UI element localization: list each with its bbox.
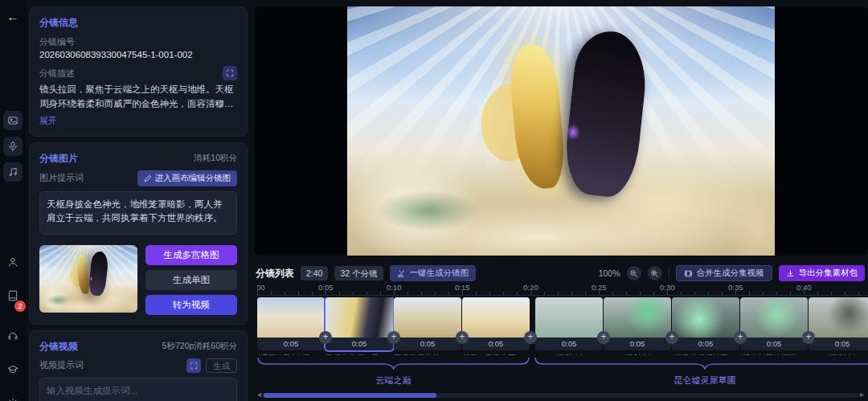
clip-7[interactable]: 0:05(能量被强行抽离的尖...+: [672, 297, 739, 355]
generate-single-button[interactable]: 生成单图: [145, 270, 237, 290]
shot-video-title: 分镜视频: [39, 340, 78, 354]
merge-episode-button[interactable]: 合并生成分集视频: [676, 265, 772, 281]
clip-card[interactable]: 0:05: [672, 297, 739, 350]
add-clip-icon[interactable]: +: [387, 331, 400, 344]
clip-card[interactable]: 0:05: [394, 297, 461, 350]
scrollbar-thumb[interactable]: [264, 393, 436, 398]
ruler-tick: [407, 292, 408, 295]
clip-2[interactable]: 0:05天枢执光枢，掌生发；...+: [326, 297, 393, 355]
mic-icon[interactable]: [3, 137, 23, 156]
headset-icon[interactable]: [3, 326, 23, 346]
generate-grid-button[interactable]: 生成多宫格图: [145, 245, 237, 265]
clip-6[interactable]: 0:05(无对白)+: [604, 297, 671, 355]
image-icon[interactable]: [3, 111, 23, 130]
clip-thumbnail[interactable]: [326, 297, 393, 338]
back-arrow-icon[interactable]: ←: [6, 10, 20, 24]
zoom-out-icon[interactable]: [627, 266, 641, 280]
notification-badge: 2: [14, 301, 26, 312]
ruler-tick: [845, 292, 845, 295]
ruler-tick: [380, 292, 381, 295]
clip-caption: (能量被强行抽离的尖...: [672, 353, 739, 355]
edit-canvas-button-label: 进入画布编辑分镜图: [155, 173, 231, 184]
video-cost-label: 5秒720p消耗60积分: [162, 341, 237, 352]
clip-duration: 0:05: [394, 338, 461, 350]
add-clip-icon[interactable]: +: [665, 331, 678, 344]
shot-info-title: 分镜信息: [39, 16, 237, 30]
music-icon[interactable]: [3, 162, 23, 182]
add-clip-icon[interactable]: +: [734, 331, 747, 344]
export-assets-button[interactable]: 导出分集素材包: [779, 265, 866, 281]
scroll-left-icon[interactable]: ◄: [256, 392, 262, 398]
clip-duration: 0:05: [462, 338, 530, 350]
add-clip-icon[interactable]: +: [319, 331, 332, 344]
zoom-in-icon[interactable]: [648, 266, 662, 280]
library-icon[interactable]: 2: [3, 286, 23, 305]
edit-canvas-button[interactable]: 进入画布编辑分镜图: [137, 170, 238, 186]
ruler-tick: [763, 292, 764, 295]
settings-icon[interactable]: [3, 394, 23, 401]
ruler-tick: [394, 289, 395, 295]
ruler-tick: [831, 292, 832, 295]
clip-card[interactable]: 0:05: [535, 297, 603, 350]
add-clip-icon[interactable]: +: [524, 331, 537, 344]
timeline-header: 分镜列表 2:40 32 个分镜 一键生成分镜图 100% 合并生成分集视频 导…: [256, 264, 865, 282]
ruler-tick: [435, 292, 436, 295]
clip-1[interactable]: 0:05(威严的旁白) 天地初...+: [257, 297, 325, 355]
shot-desc-label: 分镜描述: [39, 68, 75, 80]
clip-card[interactable]: 0:05: [462, 297, 530, 350]
add-clip-icon[interactable]: +: [597, 331, 610, 344]
shot-image-thumbnail[interactable]: [39, 245, 137, 313]
clip-card[interactable]: 0:05: [740, 297, 808, 350]
ruler-tick: [503, 292, 504, 295]
clip-3[interactable]: 0:05三界秩序井然，人间烟...+: [394, 297, 461, 355]
video-expand-icon[interactable]: [186, 358, 201, 373]
clip-9[interactable]: 0:05(无对白)+: [809, 297, 868, 355]
clip-card[interactable]: 0:05: [257, 297, 325, 350]
expand-fullscreen-icon[interactable]: [223, 66, 237, 80]
image-prompt-input[interactable]: 天枢身披金色神光，地维笼罩暗影，两人并肩立于云端，共同执掌着下方世界的秩序。: [39, 191, 237, 235]
clip-thumbnail[interactable]: [462, 297, 530, 338]
icon-rail: ← 2: [0, 0, 26, 401]
clip-caption: (无对白): [809, 353, 868, 355]
shot-artwork-mini: [39, 245, 137, 313]
expand-link[interactable]: 展开: [39, 115, 57, 127]
ruler-tick: [640, 292, 641, 295]
add-clip-icon[interactable]: +: [456, 331, 469, 344]
batch-generate-button[interactable]: 一键生成分镜图: [390, 265, 477, 281]
clip-thumbnail[interactable]: [740, 297, 808, 338]
shot-image-preview[interactable]: [347, 6, 775, 256]
clip-thumbnail[interactable]: [604, 297, 671, 338]
scene-group-1[interactable]: 云端之巅: [257, 357, 530, 387]
ruler-tick: [776, 292, 777, 295]
main-preview-area: [254, 6, 868, 256]
ruler-tick: [544, 292, 545, 295]
ruler-tick: [804, 289, 805, 295]
clip-card[interactable]: 0:05: [809, 297, 868, 350]
clip-thumbnail[interactable]: [535, 297, 603, 338]
clip-thumbnail[interactable]: [809, 297, 868, 338]
user-icon[interactable]: [3, 252, 23, 272]
clip-thumbnail[interactable]: [394, 297, 461, 338]
clip-5[interactable]: 0:05(无对白)+: [535, 297, 603, 355]
ruler-tick: [667, 289, 668, 295]
clip-duration: 0:05: [604, 338, 671, 350]
scrollbar-track[interactable]: [262, 393, 858, 398]
ruler-tick: [571, 292, 572, 295]
timeline-ruler[interactable]: 0:000:050:100:150:200:250:300:350:40: [257, 283, 868, 296]
to-video-button[interactable]: 转为视频: [145, 295, 237, 315]
add-clip-icon[interactable]: +: [802, 331, 815, 344]
clip-8[interactable]: 0:05(植物枯萎的细碎开裂...+: [740, 297, 808, 355]
scene-group-2[interactable]: 昆仑墟灵犀草圃: [534, 357, 868, 387]
clip-card[interactable]: 0:05: [326, 297, 393, 350]
shot-count-badge: 32 个分镜: [334, 266, 383, 280]
clip-thumbnail[interactable]: [672, 297, 739, 338]
timeline-scrollbar: ◄ ►: [256, 392, 865, 398]
graduation-icon[interactable]: [3, 360, 23, 379]
video-prompt-input[interactable]: [39, 378, 237, 401]
clip-4[interactable]: 0:05然而，平衡之下，暗流...+: [462, 297, 530, 355]
ruler-tick: [312, 292, 313, 295]
video-generate-button[interactable]: 生成: [206, 358, 237, 373]
scroll-right-icon[interactable]: ►: [858, 392, 865, 398]
clip-card[interactable]: 0:05: [604, 297, 671, 350]
clip-thumbnail[interactable]: [257, 297, 325, 338]
